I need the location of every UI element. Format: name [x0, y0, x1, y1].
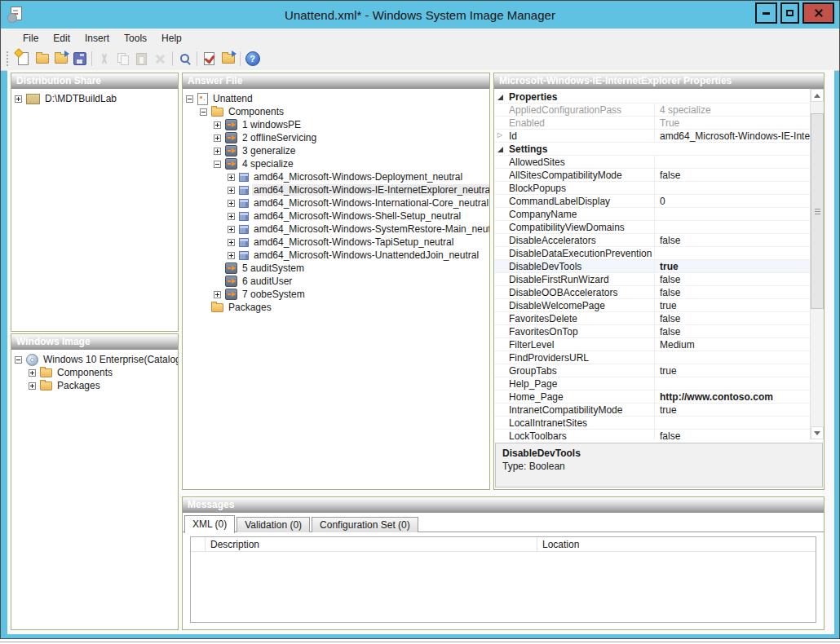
property-row-grouptabs[interactable]: GroupTabstrue [494, 364, 811, 377]
property-row-allowedsites[interactable]: AllowedSites [494, 156, 811, 169]
open-distribution-share-button[interactable] [51, 50, 70, 68]
toolbar-grip[interactable] [7, 51, 11, 66]
expand-icon[interactable] [214, 291, 221, 298]
expand-icon[interactable] [228, 252, 235, 259]
cut-button[interactable] [95, 50, 113, 68]
expand-icon[interactable] [228, 200, 235, 207]
property-row-help-page[interactable]: Help_Page [494, 377, 811, 390]
collapse-icon[interactable] [186, 95, 193, 103]
expand-icon[interactable] [228, 226, 235, 233]
expand-icon[interactable] [494, 130, 506, 142]
app-icon[interactable] [7, 7, 22, 23]
property-row-locktoolbars[interactable]: LockToolbarsfalse [494, 430, 811, 439]
tree-item-unattendedjoin[interactable]: amd64_Microsoft-Windows-UnattendedJoin_n… [183, 249, 489, 262]
menu-file[interactable]: File [15, 30, 46, 46]
category-row-settings[interactable]: Settings [494, 143, 811, 156]
property-value[interactable]: true [655, 300, 811, 311]
new-answer-file-button[interactable] [14, 50, 33, 68]
tree-item-specialize[interactable]: 4 specialize [183, 157, 489, 170]
tree-item-packages[interactable]: Packages [183, 301, 489, 314]
property-row-appliedconfigurationpass[interactable]: AppliedConfigurationPass4 specialize [494, 104, 811, 117]
expand-icon[interactable] [29, 382, 36, 390]
property-value[interactable]: false [655, 326, 811, 337]
expand-icon[interactable] [228, 174, 235, 181]
property-row-favoritesontop[interactable]: FavoritesOnTopfalse [494, 325, 811, 338]
property-value[interactable]: false [655, 235, 811, 246]
property-row-home-page[interactable]: Home_Pagehttp://www.contoso.com [494, 390, 811, 404]
tree-item-auditsystem[interactable]: 5 auditSystem [183, 262, 489, 275]
menu-tools[interactable]: Tools [117, 30, 154, 46]
collapse-icon[interactable] [15, 356, 22, 364]
find-button[interactable] [175, 50, 194, 68]
collapse-icon[interactable] [494, 143, 506, 155]
expand-icon[interactable] [214, 121, 221, 129]
tree-item-windows10[interactable]: Windows 10 Enterprise(Catalog) [11, 353, 178, 366]
tree-item-offlineservicing[interactable]: 2 offlineServicing [183, 131, 489, 144]
tree-item-components[interactable]: Components [183, 105, 489, 118]
property-row-id[interactable]: Idamd64_Microsoft-Windows-IE-InternetEx [494, 130, 811, 143]
property-row-enabled[interactable]: EnabledTrue [494, 117, 811, 130]
tree-item-windowspe[interactable]: 1 windowsPE [183, 118, 489, 131]
property-value[interactable]: false [655, 274, 811, 285]
close-button[interactable] [802, 2, 834, 24]
property-row-favoritesdelete[interactable]: FavoritesDeletefalse [494, 312, 811, 325]
validate-button[interactable] [200, 50, 219, 68]
tree-item-oobesystem[interactable]: 7 oobeSystem [183, 288, 489, 301]
tree-item-packages[interactable]: Packages [11, 379, 178, 392]
property-row-localintranetsites[interactable]: LocalIntranetSites [494, 417, 811, 430]
help-button[interactable] [243, 50, 262, 68]
property-value[interactable]: true [655, 404, 811, 416]
copy-button[interactable] [113, 50, 132, 68]
property-row-companyname[interactable]: CompanyName [494, 208, 811, 221]
tree-item-international-core[interactable]: amd64_Microsoft-Windows-International-Co… [183, 196, 489, 210]
tree-item-systemrestore-main[interactable]: amd64_Microsoft-Windows-SystemRestore-Ma… [183, 223, 489, 236]
tree-item-shell-setup[interactable]: amd64_Microsoft-Windows-Shell-Setup_neut… [183, 210, 489, 223]
property-row-disablewelcomepage[interactable]: DisableWelcomePagetrue [494, 299, 811, 312]
expand-icon[interactable] [214, 135, 221, 142]
property-row-compatibilityviewdomains[interactable]: CompatibilityViewDomains [494, 221, 811, 234]
property-row-disableoobaccelerators[interactable]: DisableOOBAcceleratorsfalse [494, 286, 811, 299]
delete-button[interactable] [151, 50, 170, 68]
menu-edit[interactable]: Edit [46, 30, 77, 46]
property-value[interactable]: http://www.contoso.com [655, 391, 811, 403]
property-row-blockpopups[interactable]: BlockPopups [494, 182, 811, 195]
property-value[interactable]: false [655, 430, 811, 440]
property-row-allsitescompatibilitymode[interactable]: AllSitesCompatibilityModefalse [494, 169, 811, 182]
location-column-header[interactable]: Location [537, 537, 816, 551]
property-value[interactable]: false [655, 313, 811, 324]
property-value[interactable]: false [655, 287, 811, 298]
collapse-icon[interactable] [494, 90, 506, 103]
tab-xml[interactable]: XML (0) [184, 515, 235, 533]
tree-item-generalize[interactable]: 3 generalize [183, 144, 489, 157]
property-row-disableaccelerators[interactable]: DisableAcceleratorsfalse [494, 234, 811, 247]
minimize-button[interactable] [755, 2, 777, 24]
tab-configuration-set[interactable]: Configuration Set (0) [312, 517, 418, 532]
property-value[interactable]: 0 [655, 196, 811, 207]
tree-item-deployment[interactable]: amd64_Microsoft-Windows-Deployment_neutr… [183, 170, 489, 183]
property-row-disablefirstrunwizard[interactable]: DisableFirstRunWizardfalse [494, 273, 811, 286]
property-row-filterlevel[interactable]: FilterLevelMedium [494, 338, 811, 351]
expand-icon[interactable] [29, 369, 36, 377]
scroll-down-button[interactable] [811, 426, 824, 439]
create-configuration-set-button[interactable] [219, 50, 237, 68]
expand-icon[interactable] [15, 95, 22, 103]
open-answer-file-button[interactable] [33, 50, 51, 68]
property-row-findprovidersurl[interactable]: FindProvidersURL [494, 351, 811, 364]
vertical-scrollbar[interactable] [810, 89, 824, 439]
expand-icon[interactable] [228, 213, 235, 220]
scroll-up-button[interactable] [811, 89, 824, 102]
property-value[interactable]: true [655, 365, 811, 377]
tree-item-tapisetup[interactable]: amd64_Microsoft-Windows-TapiSetup_neutra… [183, 236, 489, 249]
property-value[interactable]: true [655, 261, 811, 272]
tree-item-mdtbuildlab[interactable]: D:\MDTBuildLab [11, 92, 178, 105]
property-row-commandlabeldisplay[interactable]: CommandLabelDisplay0 [494, 195, 811, 208]
save-button[interactable] [70, 50, 89, 68]
category-row-properties[interactable]: Properties [494, 90, 811, 104]
expand-icon[interactable] [214, 148, 221, 155]
tree-item-components[interactable]: Components [11, 366, 178, 379]
maximize-button[interactable] [780, 2, 799, 24]
property-value[interactable]: false [655, 170, 811, 181]
tree-item-audituser[interactable]: 6 auditUser [183, 275, 489, 288]
tree-item-unattend[interactable]: Unattend [183, 92, 489, 105]
description-column-header[interactable]: Description [206, 537, 537, 551]
